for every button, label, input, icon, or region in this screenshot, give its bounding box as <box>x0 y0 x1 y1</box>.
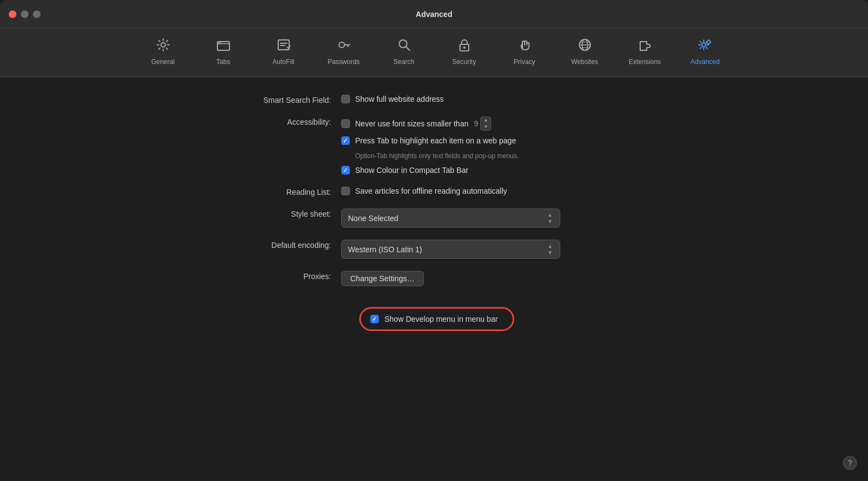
tab-extensions[interactable]: Extensions <box>615 33 675 70</box>
extension-icon <box>637 37 653 55</box>
proxies-control-row: Change Settings… <box>341 271 424 286</box>
font-size-stepper: 9 ▲ ▼ <box>474 117 491 131</box>
change-settings-button[interactable]: Change Settings… <box>341 271 424 286</box>
press-tab-subtext: Option-Tab highlights only text fields a… <box>341 150 519 160</box>
tabs-icon <box>216 37 231 55</box>
help-button[interactable]: ? <box>843 456 857 470</box>
font-size-arrows[interactable]: ▲ ▼ <box>480 117 491 131</box>
develop-row-wrapper: Show Develop menu in menu bar <box>370 312 498 326</box>
tab-security-label: Security <box>452 58 476 66</box>
reading-list-row: Reading List: Save articles for offline … <box>199 187 670 196</box>
font-size-checkbox[interactable] <box>341 119 350 128</box>
tab-advanced[interactable]: Advanced <box>675 33 735 70</box>
accessibility-controls: Never use font sizes smaller than 9 ▲ ▼ … <box>341 117 519 175</box>
tab-websites-label: Websites <box>571 58 598 66</box>
smart-search-control-row: Show full website address <box>341 95 444 103</box>
encoding-arrows: ▲ ▼ <box>548 243 553 256</box>
stylesheet-row: Style sheet: None Selected ▲ ▼ <box>199 208 670 228</box>
press-tab-text: Press Tab to highlight each item on a we… <box>355 136 516 145</box>
encoding-controls: Western (ISO Latin 1) ▲ ▼ <box>341 240 560 259</box>
svg-point-4 <box>339 42 344 48</box>
tab-tabs-label: Tabs <box>216 58 230 66</box>
proxies-row: Proxies: Change Settings… <box>199 271 670 286</box>
encoding-row: Default encoding: Western (ISO Latin 1) … <box>199 240 670 259</box>
proxies-label: Proxies: <box>199 271 341 281</box>
font-size-value: 9 <box>474 119 478 128</box>
develop-row-outer: Show Develop menu in menu bar <box>199 307 670 326</box>
stylesheet-controls: None Selected ▲ ▼ <box>341 208 560 228</box>
tab-general-label: General <box>151 58 175 66</box>
tab-privacy[interactable]: Privacy <box>495 33 555 70</box>
show-full-address-checkbox[interactable] <box>341 95 350 103</box>
smart-search-label: Smart Search Field: <box>199 95 341 105</box>
tab-search-label: Search <box>393 58 414 66</box>
proxies-controls: Change Settings… <box>341 271 424 286</box>
stylesheet-arrows: ▲ ▼ <box>548 212 553 224</box>
minimize-button[interactable] <box>21 10 28 18</box>
tab-advanced-label: Advanced <box>691 58 720 66</box>
show-colour-checkbox[interactable] <box>341 166 350 175</box>
encoding-dropdown[interactable]: Western (ISO Latin 1) ▲ ▼ <box>341 240 560 259</box>
smart-search-row: Smart Search Field: Show full website ad… <box>199 95 670 105</box>
save-articles-text: Save articles for offline reading automa… <box>355 187 508 195</box>
press-tab-checkbox[interactable] <box>341 136 350 145</box>
lock-icon <box>457 37 472 55</box>
maximize-button[interactable] <box>33 10 41 18</box>
content-area: Smart Search Field: Show full website ad… <box>0 77 868 480</box>
stylesheet-label: Style sheet: <box>199 208 341 218</box>
show-colour-text: Show Colour in Compact Tab Bar <box>355 166 469 175</box>
encoding-value: Western (ISO Latin 1) <box>348 245 422 254</box>
font-size-up[interactable]: ▲ <box>481 117 491 124</box>
develop-row: Show Develop menu in menu bar <box>370 312 498 326</box>
tab-privacy-label: Privacy <box>514 58 535 66</box>
show-develop-text: Show Develop menu in menu bar <box>384 315 498 323</box>
advanced-gear-icon <box>698 37 713 55</box>
hand-icon <box>517 37 532 55</box>
tab-passwords[interactable]: Passwords <box>314 33 374 70</box>
reading-list-label: Reading List: <box>199 187 341 196</box>
svg-rect-2 <box>217 42 222 44</box>
titlebar: Advanced <box>0 0 868 28</box>
tab-security[interactable]: Security <box>434 33 495 70</box>
show-full-address-text: Show full website address <box>355 95 444 103</box>
accessibility-label: Accessibility: <box>199 117 341 126</box>
save-articles-checkbox[interactable] <box>341 187 350 195</box>
svg-point-0 <box>161 43 165 47</box>
show-develop-checkbox[interactable] <box>370 315 379 323</box>
tab-extensions-label: Extensions <box>629 58 661 66</box>
accessibility-row: Accessibility: Never use font sizes smal… <box>199 117 670 175</box>
press-tab-subtext-label: Option-Tab highlights only text fields a… <box>355 152 519 160</box>
key-icon <box>336 37 352 55</box>
tab-search[interactable]: Search <box>374 33 434 70</box>
stylesheet-dropdown[interactable]: None Selected ▲ ▼ <box>341 208 560 228</box>
font-size-text: Never use font sizes smaller than <box>355 119 469 128</box>
reading-list-controls: Save articles for offline reading automa… <box>341 187 508 195</box>
save-articles-row: Save articles for offline reading automa… <box>341 187 508 195</box>
tab-passwords-label: Passwords <box>327 58 360 66</box>
close-button[interactable] <box>9 10 16 18</box>
tab-autofill[interactable]: AutoFill <box>254 33 314 70</box>
press-tab-row: Press Tab to highlight each item on a we… <box>341 136 519 145</box>
autofill-icon <box>276 37 291 55</box>
traffic-lights <box>9 10 41 18</box>
smart-search-controls: Show full website address <box>341 95 444 103</box>
gear-icon <box>156 37 171 55</box>
window-title: Advanced <box>416 10 452 19</box>
font-size-row: Never use font sizes smaller than 9 ▲ ▼ <box>341 117 519 131</box>
tab-autofill-label: AutoFill <box>272 58 294 66</box>
globe-icon <box>577 37 593 55</box>
show-colour-row: Show Colour in Compact Tab Bar <box>341 166 519 175</box>
toolbar: General Tabs AutoFill <box>0 28 868 77</box>
tab-tabs[interactable]: Tabs <box>193 33 254 70</box>
tab-general[interactable]: General <box>133 33 193 70</box>
svg-point-7 <box>463 47 465 49</box>
svg-point-10 <box>702 43 705 47</box>
search-icon <box>396 37 412 55</box>
stylesheet-value: None Selected <box>348 214 399 223</box>
settings-grid: Smart Search Field: Show full website ad… <box>199 95 670 338</box>
encoding-label: Default encoding: <box>199 240 341 250</box>
tab-websites[interactable]: Websites <box>555 33 615 70</box>
font-size-down[interactable]: ▼ <box>481 124 491 130</box>
